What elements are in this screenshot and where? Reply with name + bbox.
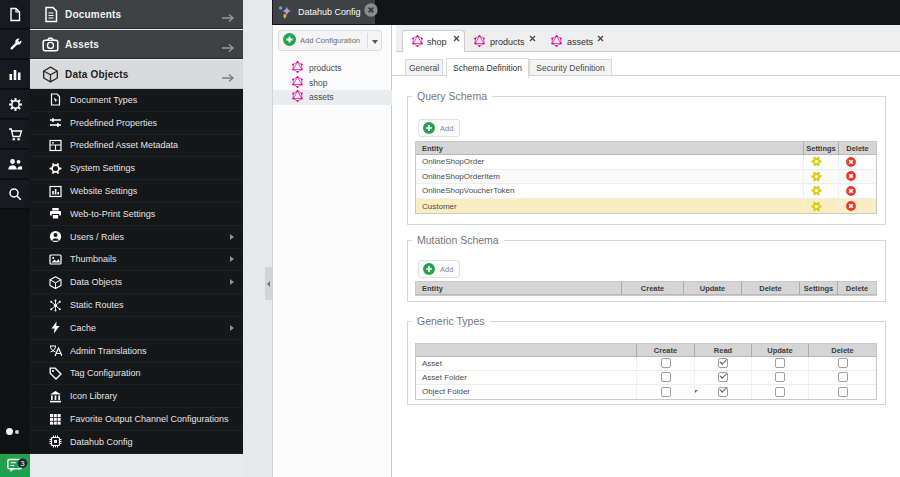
svg-text:3: 3 [20,459,24,468]
